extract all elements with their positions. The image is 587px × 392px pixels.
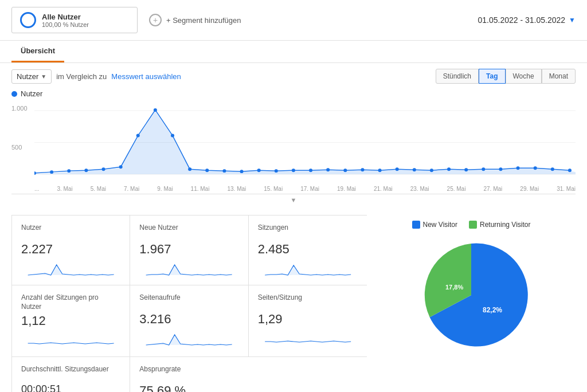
chart-y-labels: 1.000 500	[11, 103, 34, 194]
stat-label-seiten-sitzung: Seiten/Sitzung	[258, 293, 358, 309]
scroll-arrow-icon: ▼	[291, 197, 297, 203]
mini-chart-sitzungen-pro-nutzer	[21, 331, 120, 349]
svg-point-22	[343, 168, 347, 172]
x-label-23mai: 23. Mai	[410, 186, 429, 192]
svg-point-29	[464, 168, 468, 171]
pie-chart-svg: 82,2% 17,8%	[414, 238, 529, 352]
y-label-1000: 1.000	[11, 105, 34, 112]
stat-value-neue-nutzer: 1.967	[139, 242, 238, 257]
mini-chart-seitenaufrufe	[139, 329, 238, 347]
svg-text:82,2%: 82,2%	[483, 306, 502, 314]
stat-card-nutzer: Nutzer 2.227	[12, 215, 130, 285]
x-label-25mai: 25. Mai	[447, 186, 466, 192]
chart-legend-label: Nutzer	[21, 89, 42, 98]
mini-chart-nutzer	[21, 259, 120, 277]
svg-point-27	[430, 168, 433, 172]
svg-point-35	[568, 168, 572, 172]
date-range-text: 01.05.2022 - 31.05.2022	[478, 15, 566, 25]
date-range[interactable]: 01.05.2022 - 31.05.2022 ▼	[478, 15, 576, 25]
tab-ubersicht[interactable]: Übersicht	[11, 41, 64, 62]
svg-point-14	[205, 168, 209, 172]
svg-point-31	[499, 167, 502, 171]
stat-value-sitzungsdauer: 00:00:51	[21, 383, 120, 392]
toolbar-left: Nutzer ▼ im Vergleich zu Messwert auswäh…	[11, 69, 181, 84]
line-chart-container: 1.000 500	[11, 103, 576, 194]
stat-value-absprungrate: 75,69 %	[139, 383, 239, 392]
svg-point-13	[188, 167, 191, 171]
x-label-29mai: 29. Mai	[520, 186, 539, 192]
chart-area	[34, 103, 576, 182]
mini-chart-sitzungen	[258, 259, 358, 277]
svg-point-9	[119, 165, 123, 168]
stat-label-sitzungen-pro-nutzer: Anzahl der Sitzungen pro Nutzer	[21, 293, 120, 311]
pie-legend-returning-visitor: Returning Visitor	[469, 221, 531, 229]
top-bar: Alle Nutzer 100,00 % Nutzer + + Segment …	[0, 0, 587, 41]
scroll-indicator[interactable]: ▼	[11, 194, 576, 206]
x-label-21mai: 21. Mai	[374, 186, 393, 192]
x-label-27mai: 27. Mai	[483, 186, 502, 192]
svg-point-20	[309, 168, 312, 172]
pie-chart-container: 82,2% 17,8%	[414, 238, 529, 352]
svg-point-11	[154, 108, 157, 112]
svg-point-16	[240, 170, 244, 173]
stat-card-sitzungen: Sitzungen 2.485	[249, 215, 367, 285]
time-buttons: Stündlich Tag Woche Monat	[436, 69, 576, 84]
line-chart-svg	[34, 103, 576, 182]
svg-point-21	[326, 168, 330, 171]
stat-label-absprungrate: Absprungrate	[139, 365, 239, 381]
segment-left: Alle Nutzer 100,00 % Nutzer + + Segment …	[11, 7, 241, 33]
x-label-15mai: 15. Mai	[264, 186, 283, 192]
metric-dropdown[interactable]: Nutzer ▼	[11, 69, 52, 84]
stat-card-absprungrate: Absprungrate 75,69 %	[130, 357, 248, 392]
x-label-17mai: 17. Mai	[300, 186, 319, 192]
x-label-11mai: 11. Mai	[191, 186, 210, 192]
segment-box-1[interactable]: Alle Nutzer 100,00 % Nutzer	[11, 7, 138, 33]
segment-subtitle: 100,00 % Nutzer	[42, 21, 89, 28]
x-label-5mai: 5. Mai	[91, 186, 106, 192]
svg-point-23	[361, 168, 364, 171]
chart-section: Nutzer 1.000 500	[0, 89, 587, 206]
stats-grid: Nutzer 2.227 Neue Nutzer 1.967 Sitzungen…	[11, 215, 367, 392]
chart-legend-dot	[11, 91, 17, 97]
x-label-ellipsis: ...	[34, 186, 39, 192]
svg-point-32	[516, 166, 520, 170]
returning-visitor-color-swatch	[469, 221, 477, 229]
x-label-9mai: 9. Mai	[157, 186, 173, 192]
svg-point-26	[413, 168, 416, 171]
svg-point-25	[396, 167, 399, 171]
svg-text:17,8%: 17,8%	[445, 284, 463, 291]
chart-legend: Nutzer	[11, 89, 576, 98]
returning-visitor-legend-label: Returning Visitor	[480, 221, 531, 229]
stat-value-sitzungen: 2.485	[258, 242, 358, 257]
stat-value-nutzer: 2.227	[21, 242, 120, 257]
x-label-7mai: 7. Mai	[124, 186, 139, 192]
svg-point-17	[257, 168, 261, 172]
x-label-13mai: 13. Mai	[227, 186, 246, 192]
metric-dropdown-label: Nutzer	[17, 72, 38, 81]
svg-point-34	[551, 167, 554, 171]
svg-point-10	[136, 134, 140, 138]
stat-value-seiten-sitzung: 1,29	[258, 312, 358, 327]
add-segment-button[interactable]: + + Segment hinzufügen	[149, 14, 241, 26]
add-segment-circle: +	[149, 14, 162, 26]
stat-card-seitenaufrufe: Seitenaufrufe 3.216	[130, 285, 248, 357]
time-btn-woche[interactable]: Woche	[506, 69, 542, 84]
svg-point-6	[67, 169, 71, 173]
tabs-bar: Übersicht	[0, 41, 587, 63]
time-btn-tag[interactable]: Tag	[479, 69, 505, 84]
stat-card-sitzungen-pro-nutzer: Anzahl der Sitzungen pro Nutzer 1,12	[12, 285, 130, 357]
segment-title: Alle Nutzer	[42, 13, 89, 21]
svg-point-8	[101, 167, 105, 171]
stat-card-sitzungsdauer: Durchschnittl. Sitzungsdauer 00:00:51	[12, 357, 130, 392]
stat-label-sitzungen: Sitzungen	[258, 224, 358, 240]
mini-chart-seiten-sitzung	[258, 329, 358, 347]
stat-card-neue-nutzer: Neue Nutzer 1.967	[130, 215, 248, 285]
x-label-19mai: 19. Mai	[337, 186, 356, 192]
time-btn-monat[interactable]: Monat	[542, 69, 576, 84]
stat-value-sitzungen-pro-nutzer: 1,12	[21, 313, 120, 328]
toolbar: Nutzer ▼ im Vergleich zu Messwert auswäh…	[0, 63, 587, 89]
stat-label-seitenaufrufe: Seitenaufrufe	[139, 293, 238, 309]
metric-link[interactable]: Messwert auswählen	[111, 72, 181, 81]
stat-label-sitzungsdauer: Durchschnittl. Sitzungsdauer	[21, 365, 120, 381]
time-btn-stundlich[interactable]: Stündlich	[436, 69, 479, 84]
